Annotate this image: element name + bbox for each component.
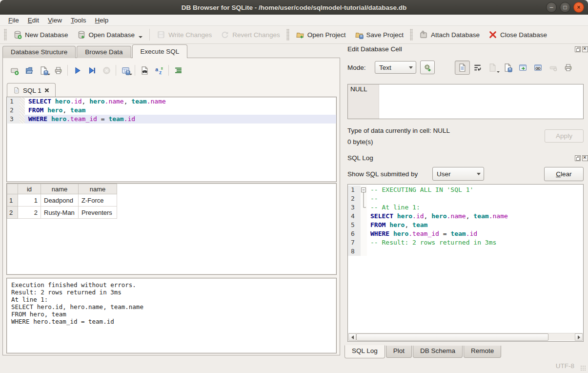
tab-execute-sql[interactable]: Execute SQL (132, 44, 188, 58)
column-header-name-1[interactable]: name (41, 184, 79, 194)
open-database-button[interactable]: Open Database (73, 28, 147, 41)
new-database-button[interactable]: New Database (9, 28, 73, 41)
table-cell[interactable]: Z-Force (79, 194, 117, 207)
print-cell-icon[interactable] (561, 61, 576, 75)
tab-sql-1[interactable]: SQL 1 (7, 83, 56, 97)
cell-value-editor[interactable]: NULL (347, 84, 584, 119)
save-project-button[interactable]: Save Project (350, 28, 408, 41)
word-wrap-icon[interactable] (470, 61, 485, 75)
toolbar-handle[interactable] (410, 29, 413, 41)
copy-link-icon[interactable] (530, 61, 546, 75)
close-database-button[interactable]: Close Database (484, 28, 551, 41)
table-cell[interactable]: Preventers (79, 207, 117, 219)
window-title: DB Browser for SQLite - /home/user/code/… (182, 4, 406, 11)
minimize-icon[interactable]: – (546, 2, 557, 13)
float-panel-icon[interactable] (575, 155, 581, 161)
column-header-name-2[interactable]: name (79, 184, 117, 194)
document-icon (13, 87, 20, 94)
scroll-left-icon[interactable] (348, 333, 356, 341)
code-line: 2-- (348, 194, 583, 203)
print-sql-icon[interactable] (51, 63, 65, 77)
fold-margin (361, 194, 367, 203)
stop-icon[interactable] (99, 63, 114, 77)
save-sql-file-icon[interactable] (36, 63, 51, 77)
execute-line-icon[interactable] (84, 63, 99, 77)
execute-all-icon[interactable] (70, 63, 84, 77)
scroll-thumb[interactable] (356, 333, 548, 341)
text-view-icon[interactable] (455, 61, 470, 75)
autocomplete-icon[interactable]: az (152, 63, 166, 77)
toolbar-button-label: Open Project (307, 31, 346, 39)
auto-switch-mode-button[interactable] (420, 61, 435, 74)
export-data-icon[interactable] (500, 61, 515, 75)
menu-view[interactable]: View (43, 16, 66, 25)
close-icon[interactable]: × (573, 2, 584, 13)
new-database-icon (13, 30, 22, 39)
menu-file[interactable]: File (4, 16, 23, 25)
svg-text:a: a (155, 66, 158, 72)
sql-log-view[interactable]: 1-- EXECUTING ALL IN 'SQL 1'2--3-- At li… (347, 184, 584, 342)
toolbar-button-label: Save Project (366, 31, 404, 39)
menu-help[interactable]: Help (91, 16, 113, 25)
float-panel-icon[interactable] (575, 46, 581, 52)
import-data-icon[interactable] (485, 61, 500, 75)
new-sql-tab-icon[interactable] (7, 63, 21, 77)
table-cell[interactable]: Rusty-Man (41, 207, 79, 219)
row-header[interactable]: 2 (7, 207, 18, 219)
mode-select[interactable]: Text (375, 61, 416, 74)
menu-edit[interactable]: Edit (23, 16, 43, 25)
submitted-by-select[interactable]: User (432, 167, 484, 181)
log-horizontal-scrollbar[interactable] (348, 333, 583, 341)
code-line: 3-- At line 1: (348, 203, 583, 212)
find-icon[interactable] (137, 63, 152, 77)
corner-header[interactable] (7, 184, 18, 194)
row-header[interactable]: 1 (7, 194, 18, 207)
scroll-right-icon[interactable] (575, 333, 583, 341)
tab-browse-data[interactable]: Browse Data (77, 46, 131, 58)
revert-changes-button[interactable]: Revert Changes (216, 28, 284, 41)
open-sql-file-icon[interactable] (21, 63, 36, 77)
svg-text:z: z (159, 69, 162, 75)
clear-log-button[interactable]: Clear (544, 167, 584, 181)
code-line: 5FROM hero, team (348, 221, 583, 229)
table-cell[interactable]: Deadpond (41, 194, 79, 207)
maximize-icon[interactable]: □ (560, 2, 570, 13)
fold-collapse-icon[interactable] (361, 186, 367, 194)
attach-database-button[interactable]: Attach Database (415, 28, 484, 41)
write-changes-button[interactable]: Write Changes (152, 28, 216, 41)
close-tab-icon[interactable] (44, 88, 49, 93)
close-panel-icon[interactable] (582, 46, 588, 52)
toolbar-button-label: Write Changes (168, 31, 212, 39)
dock-tab-sql-log[interactable]: SQL Log (345, 345, 385, 358)
format-sql-icon[interactable] (171, 63, 185, 77)
menu-tools[interactable]: Tools (66, 16, 91, 25)
dock-tab-plot[interactable]: Plot (386, 346, 412, 358)
close-panel-icon[interactable] (582, 155, 588, 161)
encoding-indicator[interactable]: UTF-8 (556, 362, 574, 370)
chevron-down-icon[interactable] (129, 74, 132, 75)
column-header-id-0[interactable]: id (18, 184, 41, 194)
chevron-down-icon[interactable] (139, 36, 142, 38)
code-text: -- EXECUTING ALL IN 'SQL 1' (367, 186, 583, 194)
resize-grip-icon[interactable] (580, 365, 586, 371)
sql-editor[interactable]: 1SELECT hero.id, hero.name, team.name2FR… (6, 97, 337, 182)
table-cell[interactable]: 1 (18, 194, 41, 207)
toolbar-button-label: Open Database (89, 31, 135, 39)
titlebar[interactable]: DB Browser for SQLite - /home/user/code/… (0, 0, 588, 15)
toolbar-handle[interactable] (286, 29, 289, 41)
toolbar-handle[interactable] (4, 29, 7, 41)
open-external-icon[interactable] (515, 61, 530, 75)
save-results-icon[interactable] (118, 63, 133, 77)
table-cell[interactable]: 2 (18, 207, 41, 219)
fold-margin (361, 203, 367, 212)
tab-database-structure[interactable]: Database Structure (2, 46, 76, 58)
chevron-down-icon[interactable] (47, 74, 50, 75)
set-null-icon[interactable] (546, 61, 561, 75)
apply-button[interactable]: Apply (545, 129, 584, 143)
menubar: FileEditViewToolsHelp (0, 15, 588, 26)
code-text: SELECT hero.id, hero.name, team.name (25, 97, 336, 106)
open-project-button[interactable]: Open Project (291, 28, 350, 41)
cell-value-area (379, 84, 583, 119)
dock-tab-db-schema[interactable]: DB Schema (413, 346, 463, 358)
dock-tab-remote[interactable]: Remote (464, 346, 501, 358)
